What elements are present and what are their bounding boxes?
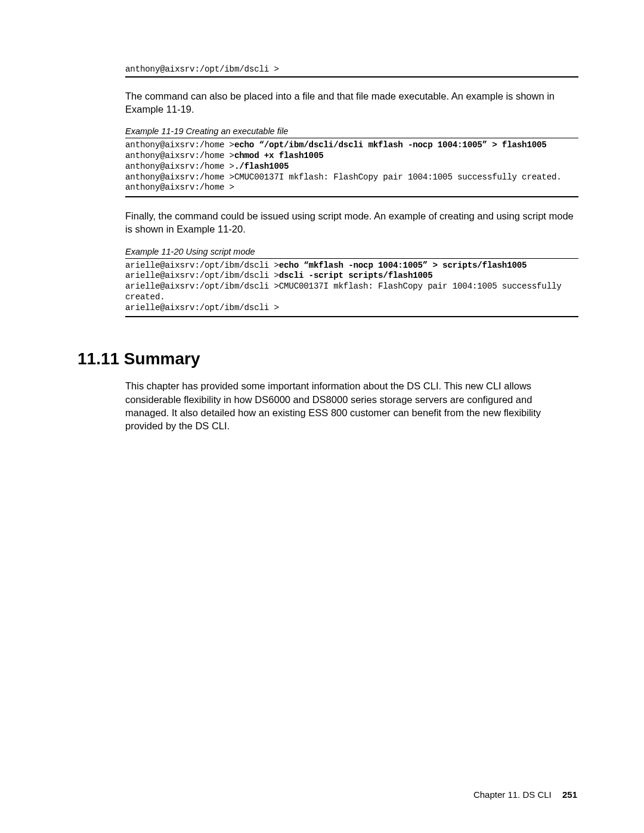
rule: [125, 76, 578, 78]
content-column: anthony@aixsrv:/opt/ibm/dscli > The comm…: [125, 64, 578, 317]
code-block-ex19: anthony@aixsrv:/home >echo “/opt/ibm/dsc…: [125, 138, 578, 195]
footer-chapter-label: Chapter 11. DS CLI: [473, 789, 552, 800]
document-page: anthony@aixsrv:/opt/ibm/dscli > The comm…: [0, 0, 644, 833]
body-paragraph: The command can also be placed into a fi…: [125, 89, 578, 116]
page-footer: Chapter 11. DS CLI 251: [473, 789, 577, 800]
rule: [125, 316, 578, 317]
rule: [125, 196, 578, 197]
body-paragraph: Finally, the command could be issued usi…: [125, 209, 578, 236]
footer-page-number: 251: [562, 789, 577, 800]
example-caption: Example 11-19 Creating an executable fil…: [125, 126, 578, 136]
code-block-ex20: arielle@aixsrv:/opt/ibm/dscli >echo “mkf…: [125, 259, 578, 315]
example-caption: Example 11-20 Using script mode: [125, 247, 578, 256]
code-block-trailing: anthony@aixsrv:/opt/ibm/dscli >: [125, 64, 578, 75]
summary-paragraph: This chapter has provided some important…: [125, 379, 578, 432]
section-heading: 11.11 Summary: [78, 349, 578, 368]
content-column: This chapter has provided some important…: [125, 379, 578, 432]
